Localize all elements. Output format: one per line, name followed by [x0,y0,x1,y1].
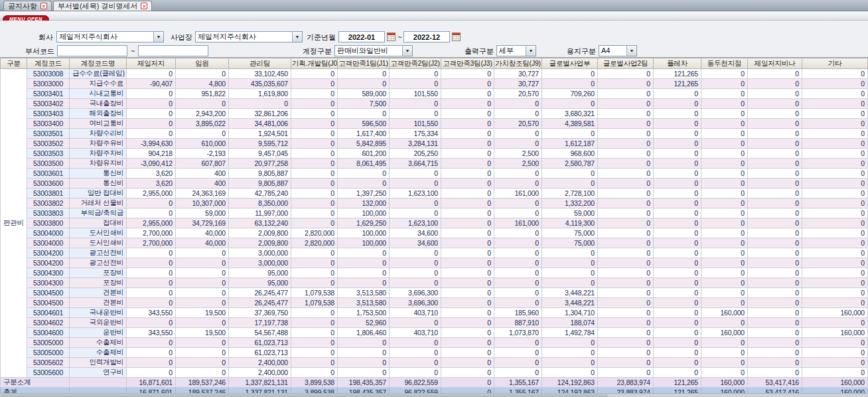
grid-cell-value[interactable]: 0 [701,159,748,169]
table-row[interactable]: 53003803부의금/축의금059,00011,997,0000100,000… [1,208,868,218]
grid-cell-value[interactable]: 0 [441,198,494,208]
grid-cell-value[interactable]: 3,664,715 [390,159,441,169]
grid-cell-code[interactable]: 53004601 [27,308,70,318]
grid-cell-code[interactable]: 53003008 [27,69,70,79]
grid-cell-code[interactable]: 53003803 [27,208,70,218]
table-row[interactable]: 53005600연구비002,400,00000000000000 [1,368,868,378]
grid-cell-value[interactable]: 188,074 [542,318,598,328]
table-row[interactable]: 53003800접대비2,955,00034,729,16963,132,240… [1,218,868,228]
grid-cell-value[interactable]: 0 [338,109,390,119]
table-row[interactable]: 53003401시내교통비0951,8221,619,8000589,00010… [1,89,868,99]
grid-cell-value[interactable]: 3,895,022 [176,119,229,129]
grid-cell-value[interactable]: 0 [598,99,654,109]
grid-cell-value[interactable]: 2,400,000 [229,368,291,378]
grid-cell-value[interactable]: 904,218 [127,149,176,159]
grid-cell-value[interactable]: 11,997,000 [229,208,291,218]
grid-cell-value[interactable]: 0 [127,318,176,328]
grid-cell-value[interactable]: 0 [441,348,494,358]
table-row[interactable]: 53003801일반 접대비2,955,00024,363,16942,785,… [1,189,868,198]
grid-cell-name[interactable]: 통신비 [70,179,127,189]
grid-cell-value[interactable]: 0 [441,79,494,89]
grid-cell-value[interactable]: 0 [701,258,748,268]
grid-cell-value[interactable]: 30,727 [494,69,542,79]
grid-cell-value[interactable]: 0 [176,298,229,308]
grid-cell-value[interactable]: 0 [802,129,868,139]
grid-cell-value[interactable]: 0 [441,208,494,218]
grid-cell-empty[interactable] [70,378,127,388]
grid-cell-value[interactable]: 0 [748,318,802,328]
grid-cell-value[interactable]: 0 [598,169,654,179]
grid-cell-value[interactable]: 0 [802,89,868,99]
grid-cell-value[interactable]: 0 [701,89,748,99]
grid-cell-value[interactable]: 32,861,206 [229,109,291,119]
grid-cell-value[interactable]: 0 [291,258,338,268]
grid-cell-code[interactable]: 53004602 [27,318,70,328]
grid-cell-value[interactable]: 0 [654,328,701,338]
subtotal-value[interactable]: 160,000 [701,378,748,388]
grid-cell-value[interactable]: 0 [802,248,868,258]
grid-cell-value[interactable]: 0 [701,129,748,139]
grid-cell-value[interactable]: 52,960 [338,318,390,328]
grid-cell-code[interactable]: 53003400 [27,119,70,129]
grid-cell-value[interactable]: 40,000 [176,238,229,248]
column-header[interactable]: 제일저지비나 [748,58,802,69]
grid-cell-value[interactable]: 7,500 [338,99,390,109]
grid-cell-value[interactable]: 343,550 [127,328,176,338]
grid-cell-value[interactable]: 34,600 [390,238,441,248]
grid-cell-value[interactable]: 0 [748,298,802,308]
grid-cell-value[interactable]: 0 [542,368,598,378]
grid-cell-name[interactable]: 국내운반비 [70,308,127,318]
grid-cell-value[interactable]: 4,800 [176,79,229,89]
grid-cell-value[interactable]: 0 [802,348,868,358]
subtotal-value[interactable]: 53,417,416 [748,378,802,388]
grid-cell-value[interactable]: 0 [748,208,802,218]
grid-cell-value[interactable]: 0 [654,228,701,238]
grid-cell-value[interactable]: 33,102,450 [229,69,291,79]
grid-cell-value[interactable]: 1,332,200 [542,198,598,208]
grid-cell-value[interactable]: 0 [441,119,494,129]
subtotal-value[interactable]: 96,822,559 [390,378,441,388]
grid-cell-value[interactable]: 0 [748,179,802,189]
grid-cell-value[interactable]: 0 [598,179,654,189]
grid-cell-value[interactable]: 0 [654,159,701,169]
grid-cell-value[interactable]: 0 [654,198,701,208]
grid-cell-value[interactable]: 0 [176,99,229,109]
grid-cell-value[interactable]: 0 [291,328,338,338]
grid-cell-value[interactable]: 0 [654,308,701,318]
grid-cell-value[interactable]: 596,500 [338,119,390,129]
grid-cell-value[interactable]: 968,600 [542,149,598,159]
grid-cell-value[interactable]: 0 [127,119,176,129]
grid-cell-value[interactable]: 3,513,580 [338,298,390,308]
grid-cell-value[interactable]: 0 [701,109,748,119]
grid-cell-value[interactable]: 0 [338,368,390,378]
grid-cell-code[interactable]: 53003801 [27,189,70,198]
grid-cell-value[interactable]: 0 [598,218,654,228]
grid-cell-value[interactable]: 0 [748,129,802,139]
grid-cell-value[interactable]: 0 [390,348,441,358]
grid-cell-name[interactable]: 차량주유비 [70,139,127,149]
grid-cell-name[interactable]: 포장비 [70,268,127,278]
column-header[interactable]: 가치창조팀(J9) [494,58,542,69]
grid-cell-value[interactable]: 0 [127,69,176,79]
grid-cell-value[interactable]: 0 [748,278,802,288]
grid-cell-value[interactable]: 0 [390,368,441,378]
grid-cell-value[interactable]: 0 [598,268,654,278]
grid-cell-name[interactable]: 거래처 선물비 [70,198,127,208]
column-header[interactable]: 고객만족3팀(J3) [441,58,494,69]
grid-cell-value[interactable]: 0 [441,129,494,139]
subtotal-value[interactable]: 160,000 [802,378,868,388]
grid-cell-value[interactable]: 0 [291,278,338,288]
grid-cell-value[interactable]: 0 [494,99,542,109]
grid-cell-value[interactable]: 0 [176,129,229,139]
grid-cell-value[interactable]: 0 [654,179,701,189]
grid-cell-value[interactable]: 26,245,477 [229,298,291,308]
grid-cell-value[interactable]: 0 [441,109,494,119]
grid-cell-name[interactable]: 통신비 [70,169,127,179]
grid-cell-value[interactable]: 0 [654,139,701,149]
grid-cell-value[interactable]: 205,250 [390,149,441,159]
grid-cell-value[interactable]: 0 [701,139,748,149]
grid-cell-value[interactable]: 59,000 [542,208,598,218]
grid-cell-name[interactable]: 견본비 [70,298,127,308]
grid-cell-value[interactable]: 0 [654,358,701,368]
grid-cell-value[interactable]: 343,550 [127,308,176,318]
